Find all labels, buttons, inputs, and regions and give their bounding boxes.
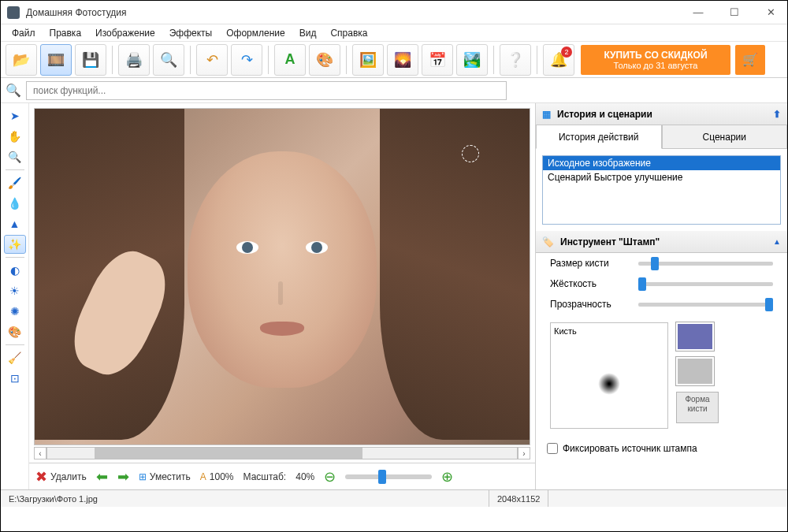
delete-button[interactable]: ✖Удалить — [35, 468, 87, 485]
canvas-image[interactable] — [34, 108, 530, 445]
history-panel-header: ▦ История и сценарии ⬆ — [536, 103, 787, 125]
color-primary[interactable] — [676, 322, 714, 351]
status-filepath: E:\Загрузки\Фото 1.jpg — [1, 490, 489, 507]
sharpen-tool[interactable]: ▲ — [4, 214, 26, 233]
fit-button[interactable]: ⊞Уместить — [139, 471, 191, 482]
minimize-button[interactable]: — — [688, 5, 708, 20]
frame-button[interactable]: 🌄 — [387, 44, 418, 76]
scroll-up-icon[interactable]: ▲ — [773, 237, 781, 246]
promo-banner[interactable]: КУПИТЬ СО СКИДКОЙ Только до 31 августа — [581, 45, 730, 75]
text-button[interactable]: A — [274, 44, 306, 76]
history-tabs: История действий Сценарии — [536, 125, 787, 149]
promo-line2: Только до 31 августа — [614, 61, 698, 70]
fix-source-row: Фиксировать источник штампа — [536, 437, 787, 460]
menu-effects[interactable]: Эффекты — [163, 26, 219, 40]
crop-tool[interactable]: ⊡ — [4, 369, 26, 388]
brush-tool[interactable]: 🖌️ — [4, 173, 26, 192]
menu-file[interactable]: Файл — [6, 26, 42, 40]
contrast-tool[interactable]: ◐ — [4, 261, 26, 280]
separator — [268, 46, 269, 74]
blur-tool[interactable]: 💧 — [4, 194, 26, 213]
history-item[interactable]: Сценарий Быстрое улучшение — [543, 170, 780, 184]
search-input[interactable] — [26, 81, 507, 100]
stamp-tool[interactable]: ✨ — [4, 235, 26, 254]
opacity-label: Прозрачность — [550, 299, 629, 310]
zoom100-button[interactable]: A100% — [200, 471, 234, 482]
tab-history[interactable]: История действий — [536, 125, 662, 149]
zoom-handle[interactable] — [378, 470, 386, 484]
promo-line1: КУПИТЬ СО СКИДКОЙ — [604, 50, 707, 61]
hardness-slider[interactable] — [638, 282, 773, 286]
tab-scenarios[interactable]: Сценарии — [662, 125, 788, 149]
history-list: Исходное изображение Сценарий Быстрое ул… — [542, 155, 781, 225]
open-button[interactable]: 📂 — [6, 44, 37, 76]
brush-size-label: Размер кисти — [550, 258, 629, 269]
horizontal-scrollbar[interactable]: ‹ › — [34, 447, 530, 459]
postcard-button[interactable]: 🏞️ — [456, 44, 488, 76]
preview-button[interactable]: 🔍 — [153, 44, 184, 76]
slider-handle[interactable] — [765, 298, 773, 311]
scroll-left-icon[interactable]: ‹ — [34, 447, 46, 459]
image-button[interactable]: 🖼️ — [352, 44, 384, 76]
menu-image[interactable]: Изображение — [89, 26, 162, 40]
undo-button[interactable]: ↶ — [196, 44, 228, 76]
close-button[interactable]: ✕ — [760, 5, 781, 20]
brush-size-slider[interactable] — [638, 262, 773, 266]
scroll-right-icon[interactable]: › — [518, 447, 530, 459]
search-icon: 🔍 — [6, 83, 21, 98]
menubar: Файл Правка Изображение Эффекты Оформлен… — [1, 24, 787, 42]
separator — [6, 169, 24, 170]
save-button[interactable]: 💾 — [75, 44, 106, 76]
brightness-tool[interactable]: ☀ — [4, 281, 26, 300]
color-secondary[interactable] — [676, 357, 714, 385]
maximize-button[interactable]: ☐ — [724, 5, 745, 20]
redo-button[interactable]: ↷ — [231, 44, 262, 76]
calendar-button[interactable]: 📅 — [422, 44, 453, 76]
fix-source-checkbox[interactable] — [547, 443, 558, 454]
cart-button[interactable]: 🛒 — [735, 45, 765, 75]
menu-view[interactable]: Вид — [293, 26, 323, 40]
scale-value: 40% — [296, 471, 314, 482]
canvas-area: ‹ › ✖Удалить ⬅ ➡ ⊞Уместить A100% Масштаб… — [29, 103, 535, 489]
menu-design[interactable]: Оформление — [220, 26, 291, 40]
status-dimensions: 2048x1152 — [489, 490, 548, 507]
zoom-slider[interactable] — [345, 474, 432, 479]
pointer-tool[interactable]: ➤ — [4, 106, 26, 125]
help-button[interactable]: ❔ — [500, 44, 531, 76]
zoom-tool[interactable]: 🔍 — [4, 147, 26, 166]
titlebar: Домашняя Фотостудия — ☐ ✕ — [1, 1, 787, 24]
catalog-button[interactable]: 🎞️ — [40, 44, 72, 76]
zoom-out-button[interactable]: ⊖ — [324, 468, 336, 485]
menu-help[interactable]: Справка — [324, 26, 374, 40]
scroll-thumb[interactable] — [95, 448, 362, 459]
collapse-button[interactable]: ⬆ — [773, 109, 781, 120]
fit-icon: ⊞ — [139, 471, 147, 482]
eraser-tool[interactable]: 🧹 — [4, 348, 26, 367]
print-button[interactable]: 🖨️ — [118, 44, 150, 76]
opacity-slider[interactable] — [638, 303, 773, 307]
color-tool[interactable]: 🎨 — [4, 322, 26, 341]
right-panel: ▦ История и сценарии ⬆ История действий … — [535, 103, 787, 489]
notifications-button[interactable]: 🔔 — [543, 44, 574, 76]
statusbar: E:\Загрузки\Фото 1.jpg 2048x1152 — [1, 489, 787, 507]
zoom-in-button[interactable]: ⊕ — [441, 468, 453, 485]
separator — [493, 46, 494, 74]
tools-strip: ➤ ✋ 🔍 🖌️ 💧 ▲ ✨ ◐ ☀ ✺ 🎨 🧹 ⊡ — [1, 103, 29, 489]
brush-label: Кисть — [554, 326, 577, 336]
palette-button[interactable]: 🎨 — [309, 44, 340, 76]
separator — [346, 46, 347, 74]
next-button[interactable]: ➡ — [117, 468, 129, 485]
slider-handle[interactable] — [651, 257, 659, 270]
search-bar: 🔍 — [1, 78, 787, 103]
slider-handle[interactable] — [638, 277, 646, 291]
prev-button[interactable]: ⬅ — [96, 468, 108, 485]
exposure-tool[interactable]: ✺ — [4, 302, 26, 321]
brush-shape-button[interactable]: Форма кисти — [676, 392, 719, 423]
menu-edit[interactable]: Правка — [43, 26, 88, 40]
hand-tool[interactable]: ✋ — [4, 127, 26, 146]
stamp-cursor-icon — [462, 145, 479, 162]
hardness-label: Жёсткость — [550, 278, 629, 289]
main-toolbar: 📂 🎞️ 💾 🖨️ 🔍 ↶ ↷ A 🎨 🖼️ 🌄 📅 🏞️ ❔ 🔔 КУПИТЬ… — [1, 42, 787, 78]
history-item[interactable]: Исходное изображение — [543, 156, 780, 170]
app-icon — [7, 6, 20, 19]
